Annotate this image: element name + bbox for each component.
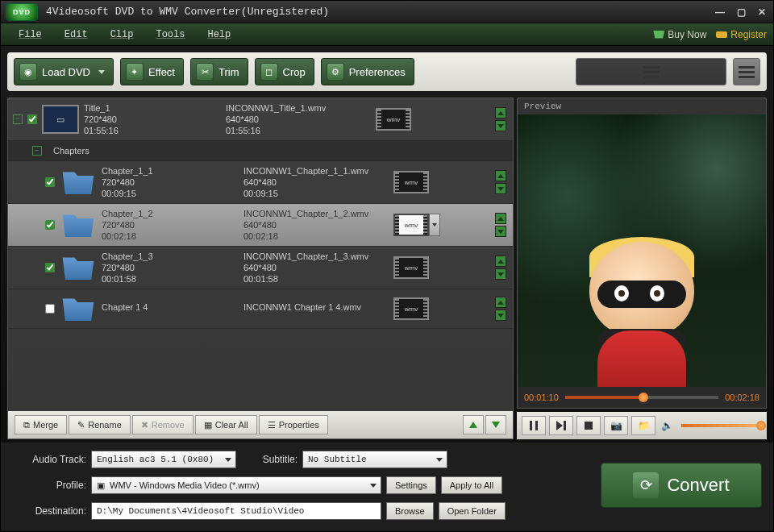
move-up-button[interactable] xyxy=(463,415,484,434)
toolbar: ◉ Load DVD ✦ Effect ✂ Trim ◻ Crop ⚙ Pref… xyxy=(7,52,767,91)
row-move-down[interactable] xyxy=(495,226,506,237)
output-name: INCONNW1_Chapter_1_2.wmv xyxy=(243,209,389,218)
scissors-icon: ✂ xyxy=(196,63,214,81)
menu-clip[interactable]: Clip xyxy=(99,26,145,44)
properties-button[interactable]: ☰Properties xyxy=(259,415,328,434)
cart-icon xyxy=(653,31,664,39)
svg-rect-0 xyxy=(530,421,532,430)
row-move-down[interactable] xyxy=(495,310,506,321)
gear-icon: ⚙ xyxy=(327,63,344,81)
snapshot-button[interactable]: 📷 xyxy=(604,416,628,435)
row-move-down[interactable] xyxy=(495,183,506,194)
convert-button[interactable]: ⟳ Convert xyxy=(601,463,762,508)
item-duration: 00:02:18 xyxy=(102,231,239,241)
crop-label: Crop xyxy=(283,66,306,78)
preview-video[interactable] xyxy=(518,114,766,387)
view-list-button[interactable] xyxy=(576,58,726,85)
row-move-up[interactable] xyxy=(495,256,506,267)
row-move-up[interactable] xyxy=(495,107,506,118)
clear-all-label: Clear All xyxy=(215,420,248,430)
trim-button[interactable]: ✂ Trim xyxy=(190,58,248,85)
svg-rect-1 xyxy=(535,421,538,430)
clear-all-button[interactable]: ▦Clear All xyxy=(195,415,257,434)
chapters-group: − Chapters xyxy=(8,141,513,161)
load-dvd-button[interactable]: ◉ Load DVD xyxy=(14,58,114,85)
output-resolution: 640*480 xyxy=(243,263,389,272)
move-down-button[interactable] xyxy=(485,415,506,434)
output-format[interactable]: wmv xyxy=(393,256,429,279)
output-format[interactable]: wmv xyxy=(393,171,429,193)
menu-help[interactable]: Help xyxy=(196,26,242,44)
remove-icon: ✖ xyxy=(141,420,148,430)
list-row[interactable]: Chapter_1_2 720*480 00:02:18 INCONNW1_Ch… xyxy=(8,204,513,247)
rename-label: Rename xyxy=(88,420,122,430)
list-row[interactable]: Chapter_1_1 720*480 00:09:15 INCONNW1_Ch… xyxy=(8,161,513,204)
menubar: File Edit Clip Tools Help Buy Now Regist… xyxy=(1,23,773,46)
chapter-thumbnail xyxy=(60,294,97,323)
menu-tools[interactable]: Tools xyxy=(144,26,196,44)
row-checkbox[interactable] xyxy=(45,177,55,187)
list-row[interactable]: − ▭ Title_1 720*480 01:55:16 INCONNW1_Ti… xyxy=(8,98,513,141)
list-row[interactable]: Chapter 1 4 INCONNW1 Chapter 1 4.wmv wmv xyxy=(8,289,513,329)
close-button[interactable]: ✕ xyxy=(755,6,768,19)
register-label: Register xyxy=(730,29,767,40)
file-list-pane: − ▭ Title_1 720*480 01:55:16 INCONNW1_Ti… xyxy=(7,98,514,439)
row-move-up[interactable] xyxy=(495,297,506,308)
properties-label: Properties xyxy=(279,420,319,430)
file-list[interactable]: − ▭ Title_1 720*480 01:55:16 INCONNW1_Ti… xyxy=(8,98,513,411)
row-move-up[interactable] xyxy=(495,213,506,224)
apply-to-all-button[interactable]: Apply to All xyxy=(441,476,502,494)
row-move-up[interactable] xyxy=(495,170,506,181)
open-folder-button[interactable]: Open Folder xyxy=(439,502,506,520)
expand-toggle[interactable]: − xyxy=(13,114,23,124)
merge-button[interactable]: ⧉Merge xyxy=(15,415,67,434)
output-format[interactable]: wmv xyxy=(393,214,429,236)
buy-now-button[interactable]: Buy Now xyxy=(653,29,706,40)
svg-rect-4 xyxy=(585,422,593,430)
format-dropdown[interactable] xyxy=(429,214,440,236)
pencil-icon: ✎ xyxy=(77,420,85,430)
output-format[interactable]: wmv xyxy=(376,108,411,131)
rename-button[interactable]: ✎Rename xyxy=(69,415,131,434)
arrow-up-icon xyxy=(469,422,477,428)
seek-slider[interactable] xyxy=(565,396,718,399)
item-resolution: 720*480 xyxy=(102,220,239,230)
subtitle-combo[interactable]: No Subtitle xyxy=(302,451,447,468)
menu-file[interactable]: File xyxy=(7,26,53,44)
register-button[interactable]: Register xyxy=(716,29,767,40)
output-resolution: 640*480 xyxy=(243,177,389,187)
step-button[interactable] xyxy=(549,416,573,435)
stop-button[interactable] xyxy=(576,416,601,435)
view-detail-button[interactable] xyxy=(733,58,760,85)
open-snapshot-folder-button[interactable]: 📁 xyxy=(631,416,655,435)
row-checkbox[interactable] xyxy=(27,114,37,124)
list-row[interactable]: Chapter_1_3 720*480 00:01:58 INCONNW1_Ch… xyxy=(8,247,513,289)
profile-combo[interactable]: ▣WMV - Windows Media Video (*.wmv) xyxy=(91,476,381,494)
minimize-button[interactable]: — xyxy=(714,6,726,19)
maximize-button[interactable]: ▢ xyxy=(734,6,747,19)
volume-slider[interactable] xyxy=(681,424,762,427)
row-checkbox[interactable] xyxy=(45,304,55,314)
row-move-down[interactable] xyxy=(495,120,506,131)
browse-button[interactable]: Browse xyxy=(386,502,434,520)
remove-button[interactable]: ✖Remove xyxy=(132,415,194,434)
effect-button[interactable]: ✦ Effect xyxy=(120,58,184,85)
output-format[interactable]: wmv xyxy=(393,297,429,320)
pause-button[interactable] xyxy=(522,416,546,435)
audio-track-combo[interactable]: English ac3 5.1 (0x80) xyxy=(91,451,236,468)
mute-button[interactable]: 🔈 xyxy=(659,416,675,435)
row-move-down[interactable] xyxy=(495,268,506,280)
item-name: Chapter_1_1 xyxy=(102,166,239,176)
crop-button[interactable]: ◻ Crop xyxy=(255,58,314,85)
collapse-toggle[interactable]: − xyxy=(32,146,42,156)
preferences-button[interactable]: ⚙ Preferences xyxy=(321,58,414,85)
output-name: INCONNW1 Chapter 1 4.wmv xyxy=(243,302,389,312)
menu-edit[interactable]: Edit xyxy=(53,26,99,44)
preview-pane: Preview 00:01:10 xyxy=(517,98,767,409)
settings-button[interactable]: Settings xyxy=(386,476,436,494)
row-checkbox[interactable] xyxy=(45,263,55,272)
row-checkbox[interactable] xyxy=(45,220,55,230)
destination-field[interactable]: D:\My Documents\4Videosoft Studio\Video xyxy=(91,502,381,520)
item-duration: 00:01:58 xyxy=(102,274,239,284)
pause-icon xyxy=(530,421,538,430)
